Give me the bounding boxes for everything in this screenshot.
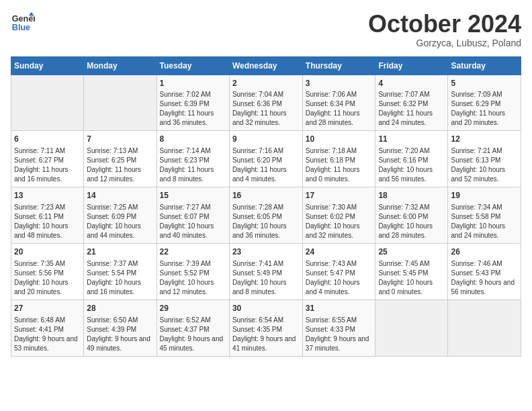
calendar-cell: 4Sunrise: 7:07 AM Sunset: 6:32 PM Daylig… xyxy=(375,75,448,131)
day-number: 31 xyxy=(306,303,373,314)
month-title: October 2024 xyxy=(368,11,521,38)
day-header-monday: Monday xyxy=(84,56,157,75)
calendar-cell: 30Sunrise: 6:54 AM Sunset: 4:35 PM Dayli… xyxy=(229,300,302,356)
day-number: 20 xyxy=(14,246,81,258)
day-info: Sunrise: 6:55 AM Sunset: 4:33 PM Dayligh… xyxy=(306,316,373,353)
day-info: Sunrise: 7:21 AM Sunset: 6:13 PM Dayligh… xyxy=(451,146,518,184)
day-number: 28 xyxy=(87,303,153,314)
day-info: Sunrise: 7:09 AM Sunset: 6:29 PM Dayligh… xyxy=(451,90,518,128)
calendar-cell: 26Sunrise: 7:46 AM Sunset: 5:43 PM Dayli… xyxy=(448,243,521,300)
day-info: Sunrise: 7:28 AM Sunset: 6:05 PM Dayligh… xyxy=(232,203,300,240)
day-number: 24 xyxy=(306,246,373,258)
day-info: Sunrise: 7:30 AM Sunset: 6:02 PM Dayligh… xyxy=(306,203,373,240)
day-info: Sunrise: 7:43 AM Sunset: 5:47 PM Dayligh… xyxy=(306,259,373,297)
day-number: 27 xyxy=(14,303,81,314)
calendar-body: 1Sunrise: 7:02 AM Sunset: 6:39 PM Daylig… xyxy=(11,75,521,356)
calendar-cell: 11Sunrise: 7:20 AM Sunset: 6:16 PM Dayli… xyxy=(375,131,448,187)
day-number: 15 xyxy=(160,190,226,201)
day-number: 29 xyxy=(160,303,226,314)
calendar-cell: 16Sunrise: 7:28 AM Sunset: 6:05 PM Dayli… xyxy=(229,187,302,244)
calendar-cell: 3Sunrise: 7:06 AM Sunset: 6:34 PM Daylig… xyxy=(302,75,375,131)
day-info: Sunrise: 7:02 AM Sunset: 6:39 PM Dayligh… xyxy=(160,90,226,128)
day-header-wednesday: Wednesday xyxy=(229,56,302,75)
calendar-cell: 20Sunrise: 7:35 AM Sunset: 5:56 PM Dayli… xyxy=(11,243,84,300)
calendar-cell: 5Sunrise: 7:09 AM Sunset: 6:29 PM Daylig… xyxy=(448,75,521,131)
calendar-cell: 22Sunrise: 7:39 AM Sunset: 5:52 PM Dayli… xyxy=(157,243,229,300)
day-number: 14 xyxy=(87,190,153,201)
calendar-cell: 25Sunrise: 7:45 AM Sunset: 5:45 PM Dayli… xyxy=(375,243,448,300)
calendar-table: SundayMondayTuesdayWednesdayThursdayFrid… xyxy=(11,56,521,357)
day-number: 3 xyxy=(306,78,373,89)
calendar-cell: 15Sunrise: 7:27 AM Sunset: 6:07 PM Dayli… xyxy=(157,187,229,244)
day-header-thursday: Thursday xyxy=(302,56,375,75)
calendar-cell xyxy=(84,75,157,131)
calendar-week-1: 1Sunrise: 7:02 AM Sunset: 6:39 PM Daylig… xyxy=(11,75,521,131)
day-header-friday: Friday xyxy=(375,56,448,75)
day-info: Sunrise: 6:50 AM Sunset: 4:39 PM Dayligh… xyxy=(87,316,153,353)
day-number: 5 xyxy=(451,78,518,89)
calendar-cell: 13Sunrise: 7:23 AM Sunset: 6:11 PM Dayli… xyxy=(11,187,84,244)
calendar-cell: 28Sunrise: 6:50 AM Sunset: 4:39 PM Dayli… xyxy=(84,300,157,356)
day-number: 17 xyxy=(306,190,373,201)
calendar-week-2: 6Sunrise: 7:11 AM Sunset: 6:27 PM Daylig… xyxy=(11,131,521,187)
day-info: Sunrise: 7:14 AM Sunset: 6:23 PM Dayligh… xyxy=(160,146,226,184)
calendar-cell: 29Sunrise: 6:52 AM Sunset: 4:37 PM Dayli… xyxy=(157,300,229,356)
day-info: Sunrise: 6:54 AM Sunset: 4:35 PM Dayligh… xyxy=(232,316,300,353)
day-number: 12 xyxy=(451,134,518,145)
day-info: Sunrise: 7:07 AM Sunset: 6:32 PM Dayligh… xyxy=(378,90,445,128)
day-number: 16 xyxy=(232,190,300,201)
day-info: Sunrise: 7:20 AM Sunset: 6:16 PM Dayligh… xyxy=(378,146,445,184)
day-info: Sunrise: 7:34 AM Sunset: 5:58 PM Dayligh… xyxy=(451,203,518,240)
day-info: Sunrise: 7:27 AM Sunset: 6:07 PM Dayligh… xyxy=(160,203,226,240)
day-number: 2 xyxy=(232,78,300,89)
day-header-tuesday: Tuesday xyxy=(157,56,229,75)
calendar-cell xyxy=(11,75,84,131)
calendar-week-4: 20Sunrise: 7:35 AM Sunset: 5:56 PM Dayli… xyxy=(11,243,521,300)
day-number: 22 xyxy=(160,246,226,258)
logo: General Blue xyxy=(11,11,35,35)
day-number: 19 xyxy=(451,190,518,201)
day-info: Sunrise: 7:13 AM Sunset: 6:25 PM Dayligh… xyxy=(87,146,153,184)
calendar-cell: 2Sunrise: 7:04 AM Sunset: 6:36 PM Daylig… xyxy=(229,75,302,131)
svg-text:Blue: Blue xyxy=(12,23,30,32)
location-subtitle: Gorzyca, Lubusz, Poland xyxy=(368,38,521,48)
title-block: October 2024 Gorzyca, Lubusz, Poland xyxy=(368,11,521,48)
day-number: 30 xyxy=(232,303,300,314)
day-info: Sunrise: 7:23 AM Sunset: 6:11 PM Dayligh… xyxy=(14,203,81,240)
calendar-cell: 27Sunrise: 6:48 AM Sunset: 4:41 PM Dayli… xyxy=(11,300,84,356)
logo-icon: General Blue xyxy=(11,11,35,35)
day-info: Sunrise: 7:46 AM Sunset: 5:43 PM Dayligh… xyxy=(451,259,518,297)
day-info: Sunrise: 7:18 AM Sunset: 6:18 PM Dayligh… xyxy=(306,146,373,184)
day-header-sunday: Sunday xyxy=(11,56,84,75)
calendar-cell: 24Sunrise: 7:43 AM Sunset: 5:47 PM Dayli… xyxy=(302,243,375,300)
day-number: 1 xyxy=(160,78,226,89)
calendar-week-5: 27Sunrise: 6:48 AM Sunset: 4:41 PM Dayli… xyxy=(11,300,521,356)
calendar-cell: 7Sunrise: 7:13 AM Sunset: 6:25 PM Daylig… xyxy=(84,131,157,187)
day-info: Sunrise: 7:16 AM Sunset: 6:20 PM Dayligh… xyxy=(232,146,300,184)
calendar-cell: 17Sunrise: 7:30 AM Sunset: 6:02 PM Dayli… xyxy=(302,187,375,244)
day-number: 8 xyxy=(160,134,226,145)
calendar-cell: 9Sunrise: 7:16 AM Sunset: 6:20 PM Daylig… xyxy=(229,131,302,187)
day-number: 23 xyxy=(232,246,300,258)
day-info: Sunrise: 6:52 AM Sunset: 4:37 PM Dayligh… xyxy=(160,316,226,353)
day-number: 9 xyxy=(232,134,300,145)
day-number: 21 xyxy=(87,246,153,258)
day-info: Sunrise: 7:45 AM Sunset: 5:45 PM Dayligh… xyxy=(378,259,445,297)
day-info: Sunrise: 7:06 AM Sunset: 6:34 PM Dayligh… xyxy=(306,90,373,128)
calendar-week-3: 13Sunrise: 7:23 AM Sunset: 6:11 PM Dayli… xyxy=(11,187,521,244)
calendar-cell: 18Sunrise: 7:32 AM Sunset: 6:00 PM Dayli… xyxy=(375,187,448,244)
day-number: 18 xyxy=(378,190,445,201)
calendar-cell: 19Sunrise: 7:34 AM Sunset: 5:58 PM Dayli… xyxy=(448,187,521,244)
day-number: 4 xyxy=(378,78,445,89)
day-header-saturday: Saturday xyxy=(448,56,521,75)
day-info: Sunrise: 7:35 AM Sunset: 5:56 PM Dayligh… xyxy=(14,259,81,297)
day-info: Sunrise: 7:25 AM Sunset: 6:09 PM Dayligh… xyxy=(87,203,153,240)
calendar-cell xyxy=(375,300,448,356)
day-info: Sunrise: 6:48 AM Sunset: 4:41 PM Dayligh… xyxy=(14,316,81,353)
calendar-cell: 12Sunrise: 7:21 AM Sunset: 6:13 PM Dayli… xyxy=(448,131,521,187)
calendar-cell: 23Sunrise: 7:41 AM Sunset: 5:49 PM Dayli… xyxy=(229,243,302,300)
day-number: 26 xyxy=(451,246,518,258)
day-number: 13 xyxy=(14,190,81,201)
calendar-cell: 21Sunrise: 7:37 AM Sunset: 5:54 PM Dayli… xyxy=(84,243,157,300)
day-number: 25 xyxy=(378,246,445,258)
